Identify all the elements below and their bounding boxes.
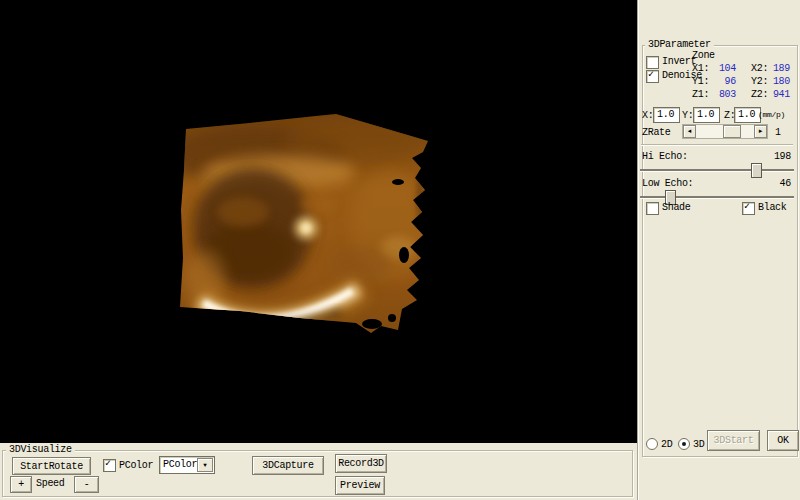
- zrate-scrollbar[interactable]: ◄ ►: [682, 124, 768, 139]
- check-icon: ✓: [744, 201, 750, 213]
- pcolor-select[interactable]: PColor ▼: [159, 456, 215, 474]
- zone-y2-value: 180: [762, 76, 790, 87]
- parameter-group-title: 3DParameter: [645, 39, 714, 50]
- pcolor-checkbox[interactable]: ✓: [103, 459, 116, 472]
- check-icon: ✓: [648, 69, 654, 81]
- mode-3d-label: 3D: [693, 439, 704, 450]
- capture-button[interactable]: 3DCapture: [252, 456, 324, 475]
- scale-x-label: X:: [642, 110, 653, 121]
- radio-dot: [682, 442, 686, 446]
- zone-title: Zone: [692, 50, 715, 61]
- low-echo-track: [640, 196, 794, 199]
- mode-3d-radio[interactable]: [678, 438, 690, 450]
- speed-plus-button[interactable]: +: [10, 476, 32, 493]
- zone-z1-label: Z1:: [692, 89, 709, 100]
- invert-checkbox[interactable]: [646, 56, 659, 69]
- record-button[interactable]: Record3D: [335, 454, 387, 473]
- ultrasound-render: [0, 0, 637, 443]
- hi-echo-thumb[interactable]: [751, 163, 762, 178]
- speed-label: Speed: [36, 478, 65, 489]
- low-echo-label: Low Echo:: [642, 178, 693, 189]
- zrate-value: 1: [775, 127, 781, 138]
- zone-z1-value: 803: [708, 89, 736, 100]
- visualize-panel: 3DVisualize StartRotate + Speed - ✓ PCol…: [0, 443, 637, 500]
- black-label: Black: [758, 202, 787, 213]
- zone-x2-value: 189: [762, 63, 790, 74]
- visualize-group-title: 3DVisualize: [6, 444, 75, 455]
- zone-x1-label: X1:: [692, 63, 709, 74]
- scale-y-label: Y:: [682, 110, 693, 121]
- divider: [641, 144, 793, 146]
- ok-button[interactable]: OK: [767, 430, 799, 451]
- mode-2d-radio[interactable]: [646, 438, 658, 450]
- denoise-checkbox[interactable]: ✓: [646, 70, 659, 83]
- hi-echo-value: 198: [753, 151, 791, 162]
- speed-minus-button[interactable]: -: [74, 476, 99, 493]
- scale-x-input[interactable]: 1.0: [653, 107, 680, 123]
- zone-y1-value: 96: [708, 76, 736, 87]
- hi-echo-label: Hi Echo:: [642, 151, 688, 162]
- render-viewport[interactable]: [0, 0, 637, 443]
- shade-label: Shade: [662, 202, 691, 213]
- scale-y-input[interactable]: 1.0: [693, 107, 720, 123]
- dropdown-arrow-icon[interactable]: ▼: [197, 458, 213, 472]
- zrate-scroll-left-icon[interactable]: ◄: [683, 125, 696, 138]
- mode-2d-label: 2D: [661, 439, 672, 450]
- black-checkbox[interactable]: ✓: [742, 202, 755, 215]
- zone-x1-value: 104: [708, 63, 736, 74]
- check-icon: ✓: [105, 458, 111, 470]
- parameter-panel: 3DParameter Invert ✓ Denoise Zone X1: 10…: [637, 0, 800, 500]
- low-echo-value: 46: [753, 178, 791, 189]
- start3d-button[interactable]: 3DStart: [707, 430, 760, 451]
- zrate-scroll-thumb[interactable]: [723, 125, 741, 138]
- hi-echo-track: [640, 169, 794, 172]
- zrate-label: ZRate: [642, 127, 671, 138]
- scale-unit-label: (mm/p): [758, 110, 785, 119]
- zone-y1-label: Y1:: [692, 76, 709, 87]
- zrate-scroll-right-icon[interactable]: ►: [754, 125, 767, 138]
- start-rotate-button[interactable]: StartRotate: [12, 457, 91, 475]
- pcolor-select-value: PColor: [163, 459, 197, 470]
- preview-button[interactable]: Preview: [335, 476, 385, 495]
- scale-z-input[interactable]: 1.0: [734, 107, 761, 123]
- hi-echo-slider[interactable]: [640, 163, 794, 177]
- zone-z2-value: 941: [762, 89, 790, 100]
- pcolor-label: PColor: [119, 460, 153, 471]
- shade-checkbox[interactable]: [646, 202, 659, 215]
